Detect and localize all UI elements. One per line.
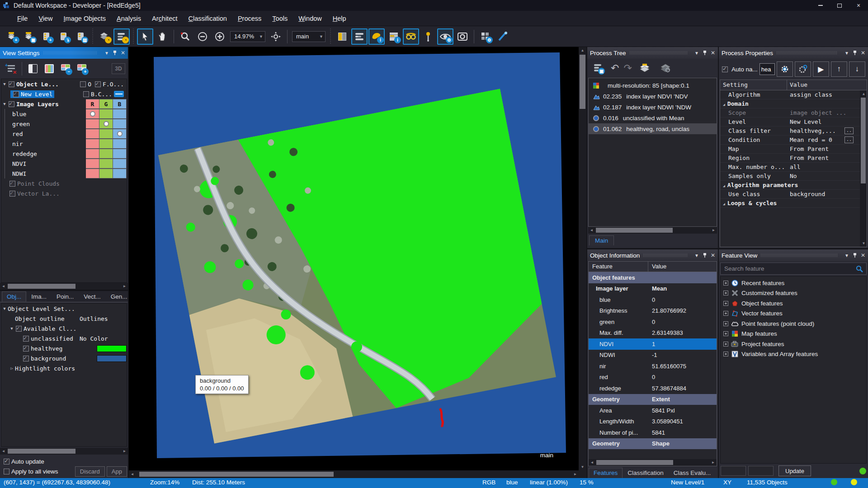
- view-classification-button[interactable]: i: [368, 28, 385, 45]
- property-row[interactable]: Condition Mean red = 0 ..: [720, 136, 860, 145]
- class-row[interactable]: background: [1, 353, 127, 363]
- move-up-button[interactable]: ↑: [831, 61, 847, 77]
- chevron-down-icon[interactable]: ▼: [694, 51, 699, 56]
- close-icon[interactable]: ✕: [121, 50, 125, 56]
- feature-column-header[interactable]: Feature: [589, 262, 648, 272]
- table-row[interactable]: Image layer Mean: [589, 283, 717, 295]
- checkbox[interactable]: [9, 191, 15, 197]
- menu-item[interactable]: Image Objects: [58, 13, 112, 24]
- menu-item[interactable]: Window: [293, 13, 327, 24]
- add-project-button[interactable]: +: [38, 28, 55, 45]
- undo-icon[interactable]: ↶: [611, 62, 619, 74]
- property-row[interactable]: Use class background ..: [720, 190, 860, 199]
- close-icon[interactable]: ✕: [711, 50, 715, 56]
- tree-row-vector-layers[interactable]: Vector La...: [1, 188, 127, 198]
- menu-item[interactable]: Process: [232, 13, 267, 24]
- scroll-down-icon[interactable]: ▼: [860, 240, 867, 247]
- feature-group-row[interactable]: Object features: [721, 298, 866, 309]
- active-map-combobox[interactable]: main ▼: [292, 31, 326, 42]
- cursor-tool-button[interactable]: [137, 28, 153, 45]
- checkbox[interactable]: [13, 91, 19, 97]
- mix-layer-view-button[interactable]: [42, 61, 57, 76]
- tree-row-object-outline[interactable]: Object outline Outlines: [1, 314, 127, 324]
- tree-row-object-levels[interactable]: ▼ Object Le... O F.O...: [1, 79, 127, 89]
- tree-row-object-level-settings[interactable]: ▼ Object Level Set...: [1, 304, 127, 314]
- table-row[interactable]: green 0: [589, 316, 717, 328]
- save-process-button[interactable]: ▣: [590, 61, 606, 76]
- property-row[interactable]: Loops & cycles ..: [720, 199, 860, 208]
- checkbox[interactable]: [80, 81, 86, 87]
- process-tree-item[interactable]: 02.235 index layer NDVI 'NDV: [589, 91, 717, 102]
- feature-group-row[interactable]: Map features: [721, 329, 866, 339]
- menu-item[interactable]: View: [33, 13, 58, 24]
- class-row[interactable]: unclassified No Color: [1, 333, 127, 343]
- class-panel-tab[interactable]: Vect...: [79, 291, 106, 302]
- table-row[interactable]: Geometry Shape: [589, 438, 717, 450]
- checkbox[interactable]: [23, 356, 29, 361]
- property-row[interactable]: Algorithm assign class ..: [720, 90, 860, 99]
- feature-group-row[interactable]: Point features (point cloud): [721, 319, 866, 329]
- scroll-left-icon[interactable]: ◄: [0, 283, 7, 290]
- feature-group-row[interactable]: Variables and Array features: [721, 349, 866, 360]
- brightness-slider-icon[interactable]: [114, 91, 124, 97]
- single-layer-view-button[interactable]: [25, 61, 41, 76]
- feature-group-row[interactable]: Customized features: [721, 288, 866, 299]
- process-tree-hscrollbar[interactable]: ◄ ►: [588, 227, 717, 234]
- channel-r-cell[interactable]: [86, 149, 99, 159]
- process-tree-item[interactable]: 01.062 healthveg, road, unclas: [589, 123, 717, 134]
- expand-plus-icon[interactable]: [723, 311, 728, 316]
- class-panel-tab[interactable]: Gen...: [106, 291, 132, 302]
- channel-r-cell[interactable]: [86, 129, 99, 139]
- chevron-down-icon[interactable]: ▼: [844, 51, 849, 56]
- expander-icon[interactable]: ▼: [1, 82, 8, 86]
- object-information-hscrollbar[interactable]: ◄ ►: [589, 459, 717, 466]
- close-icon[interactable]: ✕: [711, 252, 715, 258]
- map-hscrollbar[interactable]: ◄ ►: [129, 470, 579, 478]
- process-tree-item[interactable]: 02.187 index layer NDWI 'NDW: [589, 102, 717, 113]
- class-row[interactable]: healthveg: [1, 343, 127, 353]
- class-panel-tab[interactable]: Ima...: [26, 291, 52, 302]
- map-viewport[interactable]: background 0.00 / 0.00 / 0.00 main ▲ ▼ ◄…: [129, 47, 586, 478]
- channel-b-cell[interactable]: [113, 149, 127, 159]
- import-project-button[interactable]: ↴: [56, 28, 72, 45]
- tree-row-new-level[interactable]: New Level B.C...: [1, 89, 127, 99]
- auto-update-row[interactable]: Auto update: [3, 456, 125, 466]
- ellipsis-button[interactable]: ..: [844, 127, 854, 134]
- scroll-left-icon[interactable]: ◄: [129, 471, 136, 478]
- checkbox[interactable]: [83, 91, 89, 97]
- property-row[interactable]: Samples only No ..: [720, 172, 860, 181]
- expand-plus-icon[interactable]: [723, 342, 728, 347]
- image-layer-row[interactable]: nir: [1, 139, 127, 149]
- feature-group-row[interactable]: Project features: [721, 339, 866, 349]
- feature-range-box[interactable]: [748, 466, 774, 476]
- search-icon[interactable]: [855, 265, 863, 273]
- property-row[interactable]: Max. number o... all ..: [720, 163, 860, 172]
- checkbox[interactable]: [9, 101, 14, 107]
- menu-item[interactable]: Tools: [267, 13, 293, 24]
- measure-tool-button[interactable]: [495, 28, 511, 45]
- checkbox[interactable]: [9, 181, 15, 187]
- checkbox[interactable]: [95, 81, 101, 87]
- save-workspace-button[interactable]: ▣: [21, 28, 38, 45]
- channel-g-cell[interactable]: [99, 119, 113, 129]
- update-button[interactable]: Update: [778, 465, 811, 476]
- tree-row-available-classes[interactable]: ▼ Available Cl...: [1, 324, 127, 333]
- channel-b-cell[interactable]: [113, 159, 127, 169]
- ellipsis-button[interactable]: ..: [844, 136, 854, 143]
- image-layer-row[interactable]: NDWI: [1, 169, 127, 178]
- pan-hand-tool-button[interactable]: [154, 28, 170, 45]
- menu-item[interactable]: File: [12, 13, 33, 24]
- process-tree-item[interactable]: multi-resolution: 85 [shape:0.1: [589, 80, 717, 91]
- scroll-right-icon[interactable]: ►: [710, 459, 717, 466]
- scroll-right-icon[interactable]: ►: [121, 448, 128, 455]
- expand-plus-icon[interactable]: [723, 331, 728, 336]
- scroll-right-icon[interactable]: ►: [710, 227, 717, 234]
- value-column-header[interactable]: Value: [787, 80, 810, 90]
- checkbox[interactable]: [16, 326, 22, 332]
- expand-plus-icon[interactable]: [723, 281, 728, 286]
- split-view-button[interactable]: [334, 28, 350, 45]
- menu-item[interactable]: Classification: [183, 13, 232, 24]
- pin-icon[interactable]: [703, 253, 707, 258]
- close-button[interactable]: ×: [849, 0, 868, 11]
- scroll-left-icon[interactable]: ◄: [0, 448, 7, 455]
